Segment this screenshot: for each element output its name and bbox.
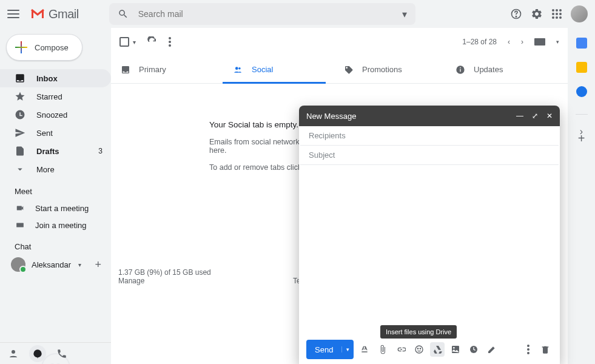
formatting-icon[interactable] [357, 342, 372, 357]
mail-toolbar: ▾ 1–28 of 28 ‹ › ▾ [111, 28, 568, 56]
svg-point-23 [418, 348, 419, 349]
account-avatar[interactable] [571, 5, 588, 22]
minimize-icon[interactable]: — [516, 112, 523, 120]
input-tools-icon[interactable] [534, 38, 545, 46]
inbox-icon [15, 73, 27, 84]
refresh-icon[interactable] [147, 36, 158, 47]
rail-divider [576, 114, 588, 115]
sidebar: Compose Inbox Starred Snoozed Sent Draft… [0, 28, 111, 364]
nav-inbox[interactable]: Inbox [0, 69, 111, 87]
input-tools-caret[interactable]: ▾ [556, 39, 559, 45]
svg-point-21 [460, 67, 461, 68]
phone-icon[interactable] [49, 343, 75, 364]
chat-user-avatar [11, 257, 25, 272]
hide-panel-icon[interactable]: › [580, 126, 583, 137]
tab-social[interactable]: Social [223, 56, 334, 83]
pagination-range: 1–28 of 28 [462, 38, 497, 46]
svg-point-18 [238, 67, 241, 69]
send-options-caret[interactable]: ▾ [341, 346, 354, 352]
search-bar[interactable]: ▾ [109, 3, 415, 25]
plus-icon [15, 41, 27, 53]
svg-point-2 [552, 9, 554, 12]
keep-app-icon[interactable] [576, 62, 587, 73]
svg-point-12 [12, 350, 15, 354]
discard-icon[interactable] [538, 342, 553, 357]
svg-point-4 [559, 9, 562, 12]
sidebar-footer [0, 342, 111, 364]
main-menu-icon[interactable] [7, 10, 19, 18]
more-icon[interactable] [169, 37, 171, 47]
meet-start[interactable]: Start a meeting [0, 200, 111, 217]
svg-point-30 [527, 352, 529, 354]
apps-grid-icon[interactable] [551, 8, 562, 19]
svg-rect-16 [534, 38, 545, 46]
fullscreen-icon[interactable]: ⤢ [532, 112, 538, 120]
compose-label: Compose [35, 43, 69, 52]
select-caret[interactable]: ▾ [133, 39, 136, 46]
select-all-checkbox[interactable] [119, 37, 129, 47]
hangouts-tab-icon[interactable] [29, 345, 46, 362]
svg-point-24 [420, 348, 421, 349]
prev-page-icon[interactable]: ‹ [508, 38, 510, 46]
link-icon[interactable] [394, 342, 408, 357]
new-chat-plus-icon[interactable]: + [95, 258, 101, 271]
people-icon [232, 66, 243, 74]
contacts-icon[interactable] [0, 343, 27, 364]
tasks-app-icon[interactable] [576, 86, 587, 97]
calendar-app-icon[interactable] [576, 38, 587, 49]
nav-more[interactable]: More [0, 160, 111, 178]
confidential-icon[interactable] [466, 342, 481, 357]
image-icon[interactable] [448, 342, 463, 357]
close-icon[interactable]: ✕ [546, 112, 553, 120]
subject-field[interactable]: Subject [300, 146, 559, 165]
manage-storage-link[interactable]: Manage [118, 277, 144, 285]
send-icon [15, 127, 27, 138]
recipients-field[interactable]: Recipients [300, 126, 559, 146]
meet-join[interactable]: Join a meeting [0, 217, 111, 234]
compose-body[interactable] [299, 165, 560, 335]
search-options-caret[interactable]: ▾ [402, 8, 407, 20]
svg-point-22 [415, 346, 423, 353]
nav-drafts[interactable]: Drafts3 [0, 142, 111, 160]
svg-point-15 [169, 44, 171, 47]
chat-section-title: Chat [0, 234, 111, 255]
inbox-icon [121, 65, 130, 75]
header: Gmail ▾ [0, 0, 595, 28]
search-icon [118, 8, 129, 19]
star-icon [15, 91, 27, 102]
drive-icon[interactable] [430, 342, 445, 357]
compose-header[interactable]: New Message — ⤢ ✕ [299, 106, 560, 126]
gmail-logo[interactable]: Gmail [30, 7, 79, 21]
pen-icon[interactable] [485, 342, 499, 357]
tab-primary[interactable]: Primary [111, 56, 223, 83]
svg-point-29 [527, 348, 529, 351]
svg-point-1 [516, 16, 516, 17]
svg-point-10 [559, 16, 562, 19]
chat-user-row[interactable]: Aleksandar ▾ + [0, 255, 111, 274]
compose-button[interactable]: Compose [6, 34, 82, 61]
side-panel: + › [568, 28, 595, 146]
tag-icon [344, 65, 354, 75]
tab-updates[interactable]: Updates [446, 56, 557, 83]
next-page-icon[interactable]: › [521, 38, 523, 46]
attach-icon[interactable] [375, 342, 390, 357]
nav-starred[interactable]: Starred [0, 87, 111, 106]
compose-more-icon[interactable] [525, 342, 532, 357]
nav-snoozed[interactable]: Snoozed [0, 106, 111, 124]
meet-section-title: Meet [0, 178, 111, 200]
chevron-down-icon [15, 164, 27, 175]
search-input[interactable] [138, 9, 392, 19]
tab-promotions[interactable]: Promotions [334, 56, 446, 83]
support-icon[interactable] [510, 8, 522, 20]
svg-point-28 [527, 345, 529, 347]
category-tabs: Primary Social Promotions Updates [111, 56, 568, 84]
send-button[interactable]: Send▾ [306, 340, 354, 359]
nav-sent[interactable]: Sent [0, 124, 111, 142]
emoji-icon[interactable] [412, 342, 426, 357]
svg-point-14 [169, 41, 171, 43]
video-icon [15, 204, 25, 212]
svg-point-26 [453, 347, 455, 349]
settings-gear-icon[interactable] [531, 8, 543, 20]
drafts-count: 3 [98, 147, 103, 155]
svg-point-9 [556, 16, 558, 19]
